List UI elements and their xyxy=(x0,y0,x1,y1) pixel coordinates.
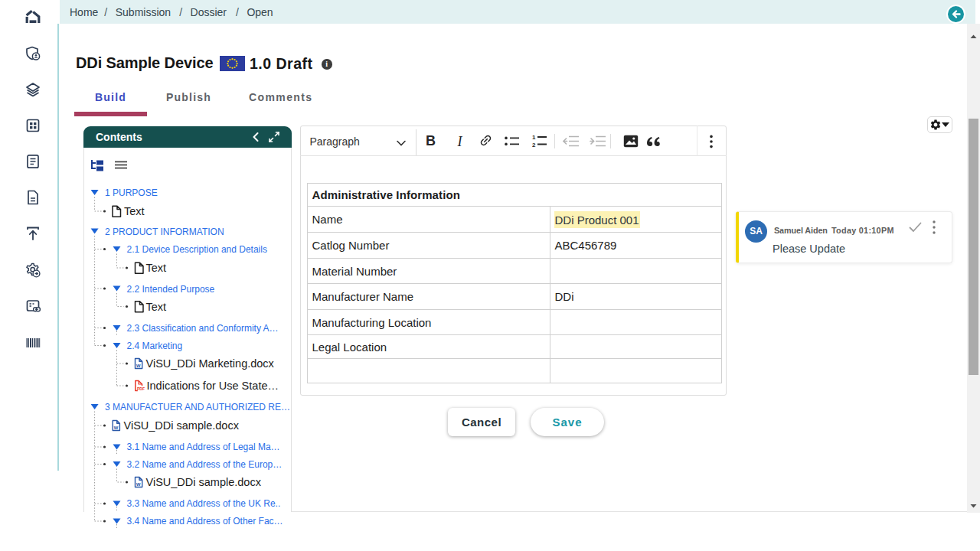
svg-text:PDF: PDF xyxy=(137,386,145,391)
svg-text:w: w xyxy=(136,363,141,368)
svg-text:w: w xyxy=(136,481,141,487)
svg-text:1: 1 xyxy=(532,134,536,141)
svg-text:w: w xyxy=(113,425,119,430)
svg-text:2: 2 xyxy=(532,142,536,148)
